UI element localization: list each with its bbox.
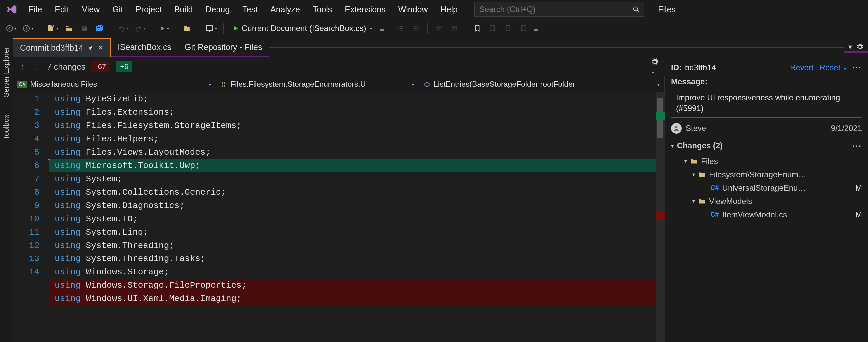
tab-dropdown-icon[interactable]: ▾ — [848, 43, 852, 51]
menu-test[interactable]: Test — [237, 2, 264, 17]
chevron-down-icon: ▾ — [684, 158, 687, 164]
document-tabs: Commit bd3ffb14 ✕ ISearchBox.cs Git Repo… — [13, 38, 868, 57]
search-box[interactable] — [474, 2, 644, 16]
folder-icon — [699, 171, 706, 178]
code-line[interactable]: using System; — [49, 172, 656, 185]
bookmark-clear-button[interactable] — [517, 22, 529, 34]
uncomment-button[interactable] — [448, 22, 460, 34]
redo-button[interactable]: ▾ — [133, 22, 147, 34]
code-line[interactable]: using Microsoft.Toolkit.Uwp; — [49, 159, 656, 172]
scroll-marker-added — [656, 112, 665, 116]
revert-button[interactable]: Revert — [790, 63, 814, 72]
save-all-button[interactable] — [94, 22, 105, 34]
menu-extensions[interactable]: Extensions — [339, 2, 391, 17]
code-line[interactable]: using System.Threading.Tasks; — [49, 252, 656, 266]
code-line[interactable]: using Windows.Storage; — [49, 266, 656, 279]
menu-view[interactable]: View — [75, 2, 105, 17]
prev-change-button[interactable]: ↑ — [19, 61, 27, 73]
pin-icon[interactable] — [88, 45, 93, 50]
code-line[interactable]: using System.Linq; — [49, 226, 656, 239]
changes-more-button[interactable]: ⋯ — [852, 140, 862, 151]
menu-debug[interactable]: Debug — [199, 2, 236, 17]
menu-file[interactable]: File — [23, 2, 48, 17]
comment-button[interactable] — [433, 22, 445, 34]
tree-file-itemviewmodel[interactable]: C# ItemViewModel.cs M — [673, 208, 862, 221]
tab-git-repo[interactable]: Git Repository - Files — [178, 38, 269, 57]
bookmark-toggle-button[interactable] — [471, 22, 483, 34]
tab-git-repo-label: Git Repository - Files — [185, 42, 262, 52]
scroll-marker-added — [656, 116, 665, 120]
scroll-marker-deleted — [656, 216, 665, 219]
code-line[interactable]: using Files.Helpers; — [49, 132, 656, 146]
tree-folder-filesystem[interactable]: ▾ Filesystem\StorageEnum… — [673, 168, 862, 181]
nav-back-button[interactable]: ▾ — [5, 22, 18, 34]
menu-edit[interactable]: Edit — [49, 2, 75, 17]
code-line[interactable]: using ByteSizeLib; — [49, 93, 656, 106]
additions-badge: +6 — [116, 61, 132, 72]
tab-commit[interactable]: Commit bd3ffb14 ✕ — [13, 38, 111, 57]
type-dropdown[interactable]: Files.Filesystem.StorageEnumerators.U ▾ — [216, 76, 419, 93]
search-input[interactable] — [479, 5, 632, 14]
commit-id-label: ID: — [671, 63, 682, 72]
commit-message-box[interactable]: Improve UI responsiveness while enumerat… — [671, 89, 862, 118]
close-icon[interactable]: ✕ — [98, 43, 103, 52]
code-line[interactable]: using Windows.Storage.FileProperties; — [49, 279, 656, 292]
tree-folder-root[interactable]: ▾ Files — [673, 155, 862, 168]
indent-button[interactable] — [410, 22, 422, 34]
project-dropdown-label: Miscellaneous Files — [30, 80, 97, 89]
vs-logo-icon — [5, 3, 18, 15]
menu-git[interactable]: Git — [106, 2, 129, 17]
code-editor[interactable]: 1234567891011121314 using ByteSizeLib;us… — [13, 93, 656, 342]
code-line[interactable]: using System.Diagnostics; — [49, 199, 656, 212]
new-item-button[interactable]: ▾ — [45, 22, 60, 34]
next-change-button[interactable]: ↓ — [33, 61, 41, 73]
tree-folder-label: Filesystem\StorageEnum… — [709, 170, 806, 179]
changes-summary-bar: ↑ ↓ 7 changes -67 +6 ▾ — [13, 57, 665, 76]
settings-gear-icon[interactable] — [856, 43, 863, 50]
vertical-scrollbar[interactable] — [656, 93, 665, 342]
tab-commit-label: Commit bd3ffb14 — [20, 43, 83, 53]
changes-section-header[interactable]: Changes (2) — [677, 141, 723, 150]
search-icon — [632, 6, 639, 13]
folder-icon — [699, 198, 706, 205]
code-line[interactable]: using Files.Views.LayoutModes; — [49, 146, 656, 159]
solution-name: Files — [658, 5, 676, 14]
code-line[interactable]: using Windows.UI.Xaml.Media.Imaging; — [49, 292, 656, 305]
folder-button[interactable] — [181, 22, 193, 34]
menu-build[interactable]: Build — [168, 2, 199, 17]
more-actions-button[interactable]: ⋯ — [852, 62, 862, 73]
tree-folder-viewmodels[interactable]: ▾ ViewModels — [673, 195, 862, 208]
bookmark-prev-button[interactable] — [487, 22, 499, 34]
menu-project[interactable]: Project — [130, 2, 167, 17]
menu-tools[interactable]: Tools — [307, 2, 338, 17]
menu-help[interactable]: Help — [435, 2, 464, 17]
tab-isearchbox[interactable]: ISearchBox.cs — [111, 38, 178, 57]
save-button[interactable] — [78, 22, 90, 34]
member-dropdown[interactable]: ListEntries(BaseStorageFolder rootFolder… — [419, 76, 665, 93]
collapse-guide-icon — [48, 279, 50, 305]
code-line[interactable]: using Files.Filesystem.StorageItems; — [49, 119, 656, 132]
code-line[interactable]: using System.Threading; — [49, 239, 656, 252]
bookmark-next-button[interactable] — [502, 22, 514, 34]
open-file-button[interactable] — [63, 22, 75, 34]
side-tab-server-explorer[interactable]: Server Explorer — [1, 44, 11, 100]
line-number-gutter: 1234567891011121314 — [13, 93, 49, 342]
nav-forward-button[interactable]: ▾ — [21, 22, 35, 34]
code-line[interactable]: using Files.Extensions; — [49, 106, 656, 119]
browser-link-button[interactable]: ▾ — [204, 22, 218, 34]
tab-overflow-actions: ▾ — [844, 43, 868, 53]
code-line[interactable]: using System.IO; — [49, 212, 656, 226]
reset-button[interactable]: Reset ▾ — [820, 63, 846, 72]
current-document-scope[interactable]: Current Document (ISearchBox.cs) ▾ — [229, 24, 375, 33]
undo-button[interactable]: ▾ — [117, 22, 130, 34]
side-tab-toolbox[interactable]: Toolbox — [1, 113, 11, 142]
start-debug-button[interactable]: ▾ — [158, 22, 170, 34]
tree-file-universal[interactable]: C# UniversalStorageEnu… M — [673, 181, 862, 195]
menu-analyze[interactable]: Analyze — [265, 2, 306, 17]
outdent-button[interactable] — [395, 22, 407, 34]
project-dropdown[interactable]: C# Miscellaneous Files ▾ — [13, 76, 216, 93]
chevron-down-icon[interactable]: ▾ — [671, 143, 674, 149]
menu-window[interactable]: Window — [392, 2, 434, 17]
diff-settings-icon[interactable]: ▾ — [651, 58, 659, 75]
code-line[interactable]: using System.Collections.Generic; — [49, 185, 656, 199]
